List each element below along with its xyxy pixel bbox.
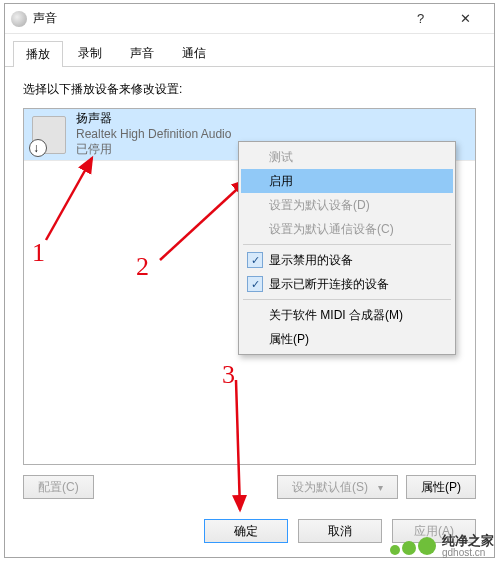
leaf-icon	[390, 537, 436, 555]
device-status: 已停用	[76, 142, 231, 158]
watermark: 纯净之家 gdhost.cn	[390, 534, 494, 558]
cm-label: 显示已断开连接的设备	[269, 276, 389, 293]
annotation-3: 3	[222, 360, 235, 390]
sound-dialog: 声音 ? ✕ 播放 录制 声音 通信 选择以下播放设备来修改设置: ↓ 扬声器 …	[4, 3, 495, 558]
cm-properties[interactable]: 属性(P)	[241, 327, 453, 351]
cm-test[interactable]: 测试	[241, 145, 453, 169]
watermark-cn: 纯净之家	[442, 534, 494, 548]
cm-separator	[243, 299, 451, 300]
close-button[interactable]: ✕	[443, 4, 488, 33]
window-icon	[11, 11, 27, 27]
cm-set-default-comm[interactable]: 设置为默认通信设备(C)	[241, 217, 453, 241]
annotation-1: 1	[32, 238, 45, 268]
configure-button[interactable]: 配置(C)	[23, 475, 94, 499]
tab-recording[interactable]: 录制	[65, 40, 115, 66]
cm-show-disabled[interactable]: ✓ 显示禁用的设备	[241, 248, 453, 272]
instruction-text: 选择以下播放设备来修改设置:	[23, 81, 476, 98]
properties-button[interactable]: 属性(P)	[406, 475, 476, 499]
disabled-overlay-icon: ↓	[33, 141, 39, 155]
cancel-button[interactable]: 取消	[298, 519, 382, 543]
tabs: 播放 录制 声音 通信	[5, 34, 494, 67]
context-menu: 测试 启用 设置为默认设备(D) 设置为默认通信设备(C) ✓ 显示禁用的设备 …	[238, 141, 456, 355]
lower-button-row: 配置(C) 设为默认值(S) 属性(P)	[23, 475, 476, 499]
content-area: 选择以下播放设备来修改设置: ↓ 扬声器 Realtek High Defini…	[5, 67, 494, 509]
cm-set-default[interactable]: 设置为默认设备(D)	[241, 193, 453, 217]
watermark-en: gdhost.cn	[442, 548, 494, 559]
ok-button[interactable]: 确定	[204, 519, 288, 543]
set-default-button[interactable]: 设为默认值(S)	[277, 475, 398, 499]
device-name: 扬声器	[76, 111, 231, 127]
annotation-2: 2	[136, 252, 149, 282]
cm-enable[interactable]: 启用	[241, 169, 453, 193]
tab-sounds[interactable]: 声音	[117, 40, 167, 66]
cm-label: 显示禁用的设备	[269, 252, 353, 269]
device-text: 扬声器 Realtek High Definition Audio 已停用	[76, 111, 231, 158]
cm-about-midi[interactable]: 关于软件 MIDI 合成器(M)	[241, 303, 453, 327]
device-list[interactable]: ↓ 扬声器 Realtek High Definition Audio 已停用 …	[23, 108, 476, 465]
check-icon: ✓	[247, 252, 263, 268]
tab-playback[interactable]: 播放	[13, 41, 63, 67]
cm-show-disconnected[interactable]: ✓ 显示已断开连接的设备	[241, 272, 453, 296]
check-icon: ✓	[247, 276, 263, 292]
window-title: 声音	[33, 10, 398, 27]
cm-separator	[243, 244, 451, 245]
titlebar: 声音 ? ✕	[5, 4, 494, 34]
tab-communications[interactable]: 通信	[169, 40, 219, 66]
help-button[interactable]: ?	[398, 4, 443, 33]
speaker-icon: ↓	[32, 116, 66, 154]
device-driver: Realtek High Definition Audio	[76, 127, 231, 143]
